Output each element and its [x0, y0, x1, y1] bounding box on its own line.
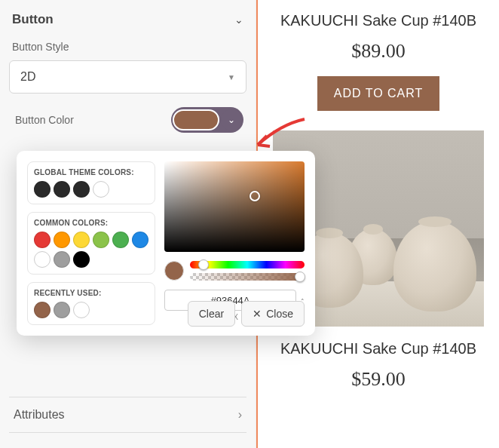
color-swatch[interactable]: [112, 232, 129, 248]
color-swatch[interactable]: [73, 232, 90, 248]
panel-header[interactable]: Button ⌄: [9, 8, 246, 38]
global-theme-colors-group: GLOBAL THEME COLORS:: [27, 161, 155, 204]
color-swatch[interactable]: [73, 251, 90, 268]
color-preview-dot: [164, 261, 184, 281]
color-swatch[interactable]: [93, 232, 109, 248]
color-swatch[interactable]: [73, 302, 90, 318]
alpha-slider[interactable]: [190, 273, 305, 281]
add-to-cart-button[interactable]: ADD TO CART: [317, 76, 440, 111]
button-color-label: Button Color: [12, 111, 77, 129]
sv-cursor[interactable]: [250, 191, 260, 201]
close-button[interactable]: ✕ Close: [241, 301, 305, 327]
chevron-right-icon: ›: [238, 408, 242, 422]
color-swatch[interactable]: [34, 251, 51, 268]
product-price: $59.00: [351, 368, 406, 391]
color-swatch[interactable]: [34, 181, 51, 198]
panel-title: Button: [12, 12, 54, 27]
caret-down-icon: ▼: [228, 73, 235, 81]
color-swatch[interactable]: [54, 181, 70, 198]
button-style-select[interactable]: 2D ▼: [9, 60, 246, 94]
color-swatch[interactable]: [132, 232, 148, 248]
chevron-down-icon: ⌄: [234, 14, 243, 26]
color-swatch[interactable]: [34, 232, 51, 248]
hue-thumb[interactable]: [198, 259, 209, 270]
color-swatch[interactable]: [54, 232, 70, 248]
color-dropdown-toggle[interactable]: ⌄: [221, 109, 242, 130]
color-swatch[interactable]: [54, 302, 70, 318]
button-style-label: Button Style: [9, 38, 246, 56]
group-label: GLOBAL THEME COLORS:: [34, 168, 148, 176]
product-title: KAKUUCHI Sake Cup #140B: [280, 12, 476, 29]
alpha-thumb[interactable]: [295, 272, 305, 282]
attributes-panel-row[interactable]: Attributes ›: [9, 397, 246, 433]
saturation-value-panel[interactable]: [164, 161, 305, 252]
recently-used-group: RECENTLY USED:: [27, 282, 155, 325]
color-swatch-pill[interactable]: [173, 109, 219, 130]
group-label: COMMON COLORS:: [34, 219, 148, 227]
product-title: KAKUUCHI Sake Cup #140B: [280, 340, 476, 357]
common-colors-group: COMMON COLORS:: [27, 212, 155, 275]
product-price: $89.00: [351, 40, 406, 63]
color-swatch[interactable]: [54, 251, 70, 268]
color-swatch[interactable]: [34, 302, 51, 318]
close-icon: ✕: [253, 308, 262, 320]
attributes-label: Attributes: [14, 408, 65, 422]
clear-button[interactable]: Clear: [188, 301, 235, 327]
group-label: RECENTLY USED:: [34, 289, 148, 297]
hue-slider[interactable]: [190, 261, 305, 268]
button-color-control[interactable]: ⌄: [171, 107, 243, 133]
color-swatch[interactable]: [93, 181, 109, 198]
color-swatch[interactable]: [73, 181, 90, 198]
select-value: 2D: [20, 70, 35, 84]
color-picker-popover: GLOBAL THEME COLORS: COMMON COLORS: RECE…: [17, 151, 315, 336]
